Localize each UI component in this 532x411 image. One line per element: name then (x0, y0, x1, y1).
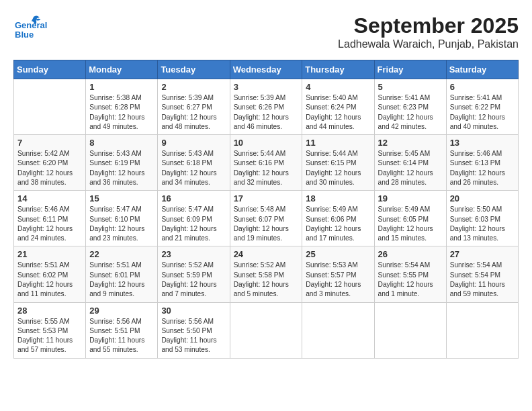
calendar-day-header: Sunday (14, 60, 86, 79)
calendar-cell (230, 302, 302, 358)
day-info: Sunrise: 5:42 AM Sunset: 6:20 PM Dayligh… (17, 149, 82, 187)
day-info: Sunrise: 5:49 AM Sunset: 6:05 PM Dayligh… (378, 205, 443, 243)
calendar-cell: 23Sunrise: 5:52 AM Sunset: 5:59 PM Dayli… (158, 246, 230, 302)
day-number: 6 (450, 82, 515, 92)
day-info: Sunrise: 5:47 AM Sunset: 6:09 PM Dayligh… (161, 205, 226, 243)
day-number: 5 (378, 82, 443, 92)
day-info: Sunrise: 5:40 AM Sunset: 6:24 PM Dayligh… (306, 93, 370, 132)
calendar-day-header: Friday (374, 60, 446, 79)
calendar-week-row: 7Sunrise: 5:42 AM Sunset: 6:20 PM Daylig… (14, 135, 519, 191)
calendar-cell: 8Sunrise: 5:43 AM Sunset: 6:19 PM Daylig… (86, 135, 158, 191)
calendar-day-header: Tuesday (158, 60, 230, 79)
day-info: Sunrise: 5:39 AM Sunset: 6:26 PM Dayligh… (234, 93, 299, 132)
day-number: 9 (161, 138, 226, 148)
calendar-cell: 28Sunrise: 5:55 AM Sunset: 5:53 PM Dayli… (14, 302, 86, 358)
day-info: Sunrise: 5:39 AM Sunset: 6:27 PM Dayligh… (161, 93, 226, 132)
day-number: 13 (450, 138, 515, 148)
day-number: 11 (306, 138, 370, 148)
day-number: 15 (89, 193, 154, 203)
day-info: Sunrise: 5:47 AM Sunset: 6:10 PM Dayligh… (89, 205, 154, 243)
day-number: 23 (161, 249, 226, 259)
day-number: 24 (234, 249, 299, 259)
day-number: 27 (450, 249, 515, 259)
day-info: Sunrise: 5:46 AM Sunset: 6:11 PM Dayligh… (17, 205, 82, 243)
day-info: Sunrise: 5:41 AM Sunset: 6:23 PM Dayligh… (378, 93, 443, 132)
calendar-day-header: Thursday (302, 60, 374, 79)
day-info: Sunrise: 5:50 AM Sunset: 6:03 PM Dayligh… (450, 205, 515, 243)
page-header: General Blue September 2025 Ladhewala Wa… (13, 13, 519, 53)
day-info: Sunrise: 5:56 AM Sunset: 5:51 PM Dayligh… (89, 317, 154, 355)
day-number: 26 (378, 249, 443, 259)
day-number: 7 (17, 138, 82, 148)
calendar-title: September 2025 (338, 13, 519, 38)
calendar-body: 1Sunrise: 5:38 AM Sunset: 6:28 PM Daylig… (14, 79, 519, 359)
day-number: 28 (17, 306, 82, 316)
calendar-cell: 18Sunrise: 5:49 AM Sunset: 6:06 PM Dayli… (302, 191, 374, 246)
day-info: Sunrise: 5:54 AM Sunset: 5:54 PM Dayligh… (450, 261, 515, 299)
calendar-cell: 12Sunrise: 5:45 AM Sunset: 6:14 PM Dayli… (374, 135, 446, 191)
calendar-cell: 6Sunrise: 5:41 AM Sunset: 6:22 PM Daylig… (446, 79, 518, 135)
day-number: 3 (234, 82, 299, 92)
day-info: Sunrise: 5:51 AM Sunset: 6:02 PM Dayligh… (17, 261, 82, 299)
calendar-cell: 19Sunrise: 5:49 AM Sunset: 6:05 PM Dayli… (374, 191, 446, 246)
calendar-week-row: 21Sunrise: 5:51 AM Sunset: 6:02 PM Dayli… (14, 246, 519, 302)
logo: General Blue (13, 13, 47, 50)
day-number: 2 (161, 82, 226, 92)
calendar-cell: 25Sunrise: 5:53 AM Sunset: 5:57 PM Dayli… (302, 246, 374, 302)
calendar-cell (374, 302, 446, 358)
calendar-cell: 5Sunrise: 5:41 AM Sunset: 6:23 PM Daylig… (374, 79, 446, 135)
day-number: 25 (306, 249, 370, 259)
day-number: 21 (17, 249, 82, 259)
day-info: Sunrise: 5:54 AM Sunset: 5:55 PM Dayligh… (378, 261, 443, 299)
day-number: 17 (234, 193, 299, 203)
calendar-cell: 2Sunrise: 5:39 AM Sunset: 6:27 PM Daylig… (158, 79, 230, 135)
calendar-cell: 24Sunrise: 5:52 AM Sunset: 5:58 PM Dayli… (230, 246, 302, 302)
day-number: 30 (161, 306, 226, 316)
day-info: Sunrise: 5:51 AM Sunset: 6:01 PM Dayligh… (89, 261, 154, 299)
calendar-week-row: 14Sunrise: 5:46 AM Sunset: 6:11 PM Dayli… (14, 191, 519, 246)
day-info: Sunrise: 5:56 AM Sunset: 5:50 PM Dayligh… (161, 317, 226, 355)
day-number: 16 (161, 193, 226, 203)
calendar-week-row: 28Sunrise: 5:55 AM Sunset: 5:53 PM Dayli… (14, 302, 519, 358)
calendar-cell: 7Sunrise: 5:42 AM Sunset: 6:20 PM Daylig… (14, 135, 86, 191)
calendar-cell: 30Sunrise: 5:56 AM Sunset: 5:50 PM Dayli… (158, 302, 230, 358)
day-number: 8 (89, 138, 154, 148)
day-info: Sunrise: 5:48 AM Sunset: 6:07 PM Dayligh… (234, 205, 299, 243)
day-info: Sunrise: 5:45 AM Sunset: 6:14 PM Dayligh… (378, 149, 443, 187)
day-info: Sunrise: 5:44 AM Sunset: 6:15 PM Dayligh… (306, 149, 370, 187)
calendar-week-row: 1Sunrise: 5:38 AM Sunset: 6:28 PM Daylig… (14, 79, 519, 135)
calendar-title-block: September 2025 Ladhewala Waraich, Punjab… (338, 13, 519, 50)
calendar-cell: 1Sunrise: 5:38 AM Sunset: 6:28 PM Daylig… (86, 79, 158, 135)
calendar-cell: 20Sunrise: 5:50 AM Sunset: 6:03 PM Dayli… (446, 191, 518, 246)
day-number: 14 (17, 193, 82, 203)
calendar-cell (446, 302, 518, 358)
calendar-cell: 16Sunrise: 5:47 AM Sunset: 6:09 PM Dayli… (158, 191, 230, 246)
day-number: 18 (306, 193, 370, 203)
calendar-cell: 27Sunrise: 5:54 AM Sunset: 5:54 PM Dayli… (446, 246, 518, 302)
calendar-day-header: Monday (86, 60, 158, 79)
day-info: Sunrise: 5:43 AM Sunset: 6:19 PM Dayligh… (89, 149, 154, 187)
calendar-cell: 22Sunrise: 5:51 AM Sunset: 6:01 PM Dayli… (86, 246, 158, 302)
calendar-cell: 17Sunrise: 5:48 AM Sunset: 6:07 PM Dayli… (230, 191, 302, 246)
calendar-cell: 29Sunrise: 5:56 AM Sunset: 5:51 PM Dayli… (86, 302, 158, 358)
calendar-cell: 14Sunrise: 5:46 AM Sunset: 6:11 PM Dayli… (14, 191, 86, 246)
day-info: Sunrise: 5:49 AM Sunset: 6:06 PM Dayligh… (306, 205, 370, 243)
day-number: 29 (89, 306, 154, 316)
svg-text:Blue: Blue (15, 30, 34, 40)
calendar-table: SundayMondayTuesdayWednesdayThursdayFrid… (13, 60, 519, 359)
day-info: Sunrise: 5:55 AM Sunset: 5:53 PM Dayligh… (17, 317, 82, 355)
calendar-cell: 4Sunrise: 5:40 AM Sunset: 6:24 PM Daylig… (302, 79, 374, 135)
day-info: Sunrise: 5:38 AM Sunset: 6:28 PM Dayligh… (89, 93, 154, 132)
calendar-subtitle: Ladhewala Waraich, Punjab, Pakistan (338, 38, 519, 50)
calendar-cell: 3Sunrise: 5:39 AM Sunset: 6:26 PM Daylig… (230, 79, 302, 135)
day-number: 19 (378, 193, 443, 203)
day-number: 20 (450, 193, 515, 203)
day-info: Sunrise: 5:52 AM Sunset: 5:58 PM Dayligh… (234, 261, 299, 299)
day-number: 10 (234, 138, 299, 148)
day-number: 12 (378, 138, 443, 148)
calendar-cell (14, 79, 86, 135)
logo-icon: General Blue (13, 13, 47, 47)
day-info: Sunrise: 5:43 AM Sunset: 6:18 PM Dayligh… (161, 149, 226, 187)
day-info: Sunrise: 5:52 AM Sunset: 5:59 PM Dayligh… (161, 261, 226, 299)
svg-text:General: General (15, 20, 47, 30)
